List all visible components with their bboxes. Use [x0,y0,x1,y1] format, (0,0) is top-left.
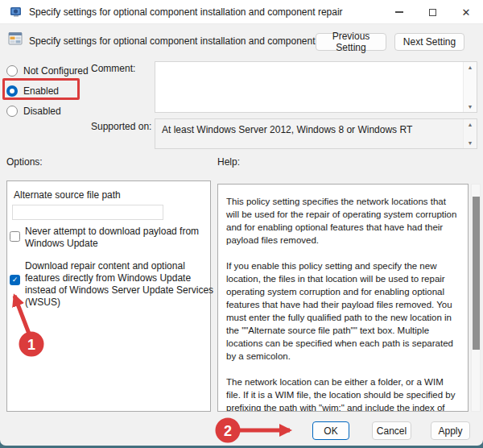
ok-button[interactable]: OK [312,421,349,440]
scroll-up-icon[interactable]: ▲ [468,122,473,127]
comment-label: Comment: [91,63,135,74]
close-icon: ✕ [462,7,471,18]
supported-on-value: At least Windows Server 2012, Windows 8 … [162,124,412,135]
scrollbar-thumb[interactable] [473,197,481,350]
help-paragraph: If you enable this policy setting and sp… [226,259,460,363]
scroll-up-icon[interactable]: ▲ [468,64,473,70]
close-button[interactable]: ✕ [449,0,483,24]
maximize-button[interactable] [415,0,449,24]
help-paragraph: This policy setting specifies the networ… [226,195,460,247]
apply-button[interactable]: Apply [431,421,470,440]
help-scrollbar[interactable] [471,184,481,412]
radio-icon [6,65,18,77]
checkbox-never-download-payload[interactable] [10,231,20,242]
alternate-source-path-input[interactable] [12,205,163,220]
radio-icon [6,106,18,117]
radio-disabled[interactable]: Disabled [6,104,61,118]
radio-selected-icon [6,85,18,97]
supported-on-label: Supported on: [91,121,151,132]
next-setting-button[interactable]: Next Setting [394,33,464,51]
radio-label: Disabled [23,106,61,117]
radio-label: Enabled [23,85,59,97]
supported-on-field: At least Windows Server 2012, Windows 8 … [155,118,477,149]
policy-setting-dialog: Specify settings for optional component … [0,0,483,446]
help-paragraph: The network location can be either a fol… [226,375,460,412]
policy-setting-icon [8,31,23,46]
setting-title: Specify settings for optional component … [29,35,343,47]
window-title: Specify settings for optional component … [29,6,343,18]
minimize-icon [395,11,403,13]
options-panel: Alternate source file path Never attempt… [6,180,211,412]
comment-scrollbar[interactable]: ▲ ▼ [463,62,477,112]
options-section-label: Options: [6,156,43,168]
minimize-button[interactable] [382,0,416,24]
help-section-label: Help: [217,156,240,168]
group-policy-app-icon [10,6,23,19]
title-bar: Specify settings for optional component … [0,0,483,24]
supported-on-scrollbar[interactable]: ▲ ▼ [463,119,477,148]
maximize-icon [429,9,436,16]
cancel-button[interactable]: Cancel [372,421,411,440]
checkbox-label[interactable]: Download repair content and optional fea… [25,260,214,309]
scroll-down-icon[interactable]: ▼ [468,140,473,146]
checkbox-download-repair-content[interactable]: ✓ [10,275,20,285]
alternate-source-path-label: Alternate source file path [14,189,121,201]
help-text-panel: This policy setting specifies the networ… [217,184,469,412]
previous-setting-button[interactable]: Previous Setting [316,33,386,51]
checkbox-label[interactable]: Never attempt to download payload from W… [25,226,202,250]
radio-not-configured[interactable]: Not Configured [6,64,89,78]
radio-label: Not Configured [23,65,89,77]
scroll-down-icon[interactable]: ▼ [468,104,473,110]
radio-enabled[interactable]: Enabled [6,84,59,98]
comment-textarea[interactable]: ▲ ▼ [155,61,477,113]
checkmark-icon: ✓ [12,276,19,284]
